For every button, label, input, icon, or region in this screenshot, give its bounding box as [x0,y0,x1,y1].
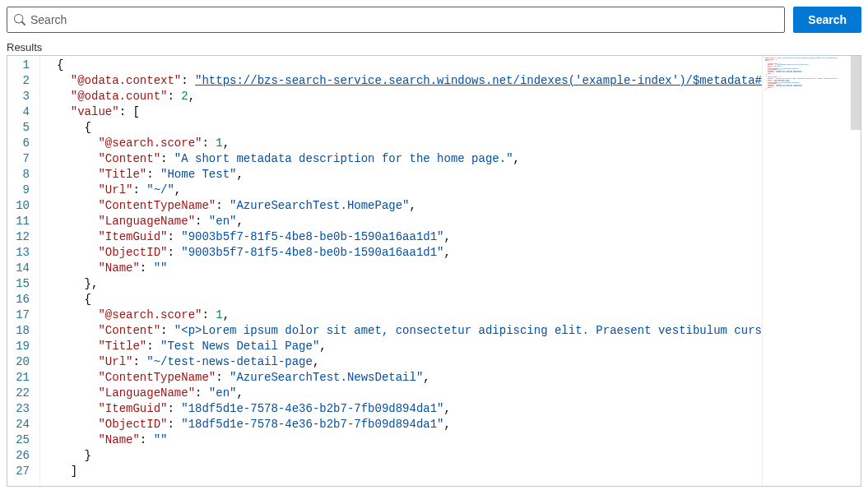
code-content[interactable]: { "@odata.context": "https://bzs-search-… [40,56,762,486]
line-number: 8 [7,167,39,183]
line-gutter: 1234567891011121314151617181920212223242… [7,56,40,486]
line-number: 10 [7,198,39,214]
code-line: { [57,292,762,307]
line-number: 5 [7,120,39,136]
line-number: 6 [7,136,39,151]
vertical-scrollbar[interactable] [851,56,861,486]
code-line: "LanguageName": "en", [57,214,762,229]
search-icon [14,14,26,25]
search-input[interactable] [30,13,777,26]
code-line: "Name": "" [57,432,762,448]
line-number: 26 [7,448,39,464]
line-number: 19 [7,339,39,354]
code-line: "LanguageName": "en", [57,386,762,401]
code-line: "Title": "Test News Detail Page", [57,339,762,354]
line-number: 4 [7,104,39,120]
code-line: }, [57,276,762,292]
line-number: 3 [7,89,39,104]
json-editor[interactable]: 1234567891011121314151617181920212223242… [7,55,861,487]
code-line: "ObjectID": "18df5d1e-7578-4e36-b2b7-7fb… [57,417,762,432]
line-number: 13 [7,245,39,261]
code-line: ] [57,464,762,479]
code-line: "ObjectID": "9003b5f7-81f5-4be8-be0b-159… [57,245,762,261]
line-number: 15 [7,276,39,292]
line-number: 14 [7,261,39,276]
line-number: 16 [7,292,39,307]
line-number: 25 [7,432,39,448]
line-number: 18 [7,323,39,339]
code-line: "Url": "~/", [57,183,762,198]
code-line: "@odata.count": 2, [57,89,762,104]
code-line: "@search.score": 1, [57,136,762,151]
code-line: { [57,58,762,73]
code-line: "@odata.context": "https://bzs-search-se… [57,73,762,89]
search-bar-row: Search [7,7,861,33]
vertical-scrollbar-thumb[interactable] [851,56,861,130]
line-number: 1 [7,58,39,73]
code-line: "ItemGuid": "18df5d1e-7578-4e36-b2b7-7fb… [57,401,762,417]
line-number: 27 [7,464,39,479]
code-line: "ContentTypeName": "AzureSearchTest.Home… [57,198,762,214]
minimap[interactable]: { "@odata.context": "https://bzs-search-… [762,56,861,486]
code-line: { [57,120,762,136]
line-number: 11 [7,214,39,229]
line-number: 24 [7,417,39,432]
line-number: 17 [7,307,39,323]
line-number: 2 [7,73,39,89]
search-button[interactable]: Search [793,7,861,33]
line-number: 20 [7,354,39,370]
code-line: "ItemGuid": "9003b5f7-81f5-4be8-be0b-159… [57,229,762,245]
code-line: "Url": "~/test-news-detail-page, [57,354,762,370]
code-line: "ContentTypeName": "AzureSearchTest.News… [57,370,762,386]
code-line: "Name": "" [57,261,762,276]
line-number: 12 [7,229,39,245]
results-label: Results [7,41,861,53]
line-number: 23 [7,401,39,417]
code-line: } [57,448,762,464]
code-line: "Content": "<p>Lorem ipsum dolor sit ame… [57,323,762,339]
search-input-wrapper[interactable] [7,7,785,33]
code-line: "Title": "Home Test", [57,167,762,183]
line-number: 9 [7,183,39,198]
code-line: "value": [ [57,104,762,120]
line-number: 7 [7,151,39,167]
line-number: 21 [7,370,39,386]
code-line: "Content": "A short metadata description… [57,151,762,167]
line-number: 22 [7,386,39,401]
code-line: "@search.score": 1, [57,307,762,323]
